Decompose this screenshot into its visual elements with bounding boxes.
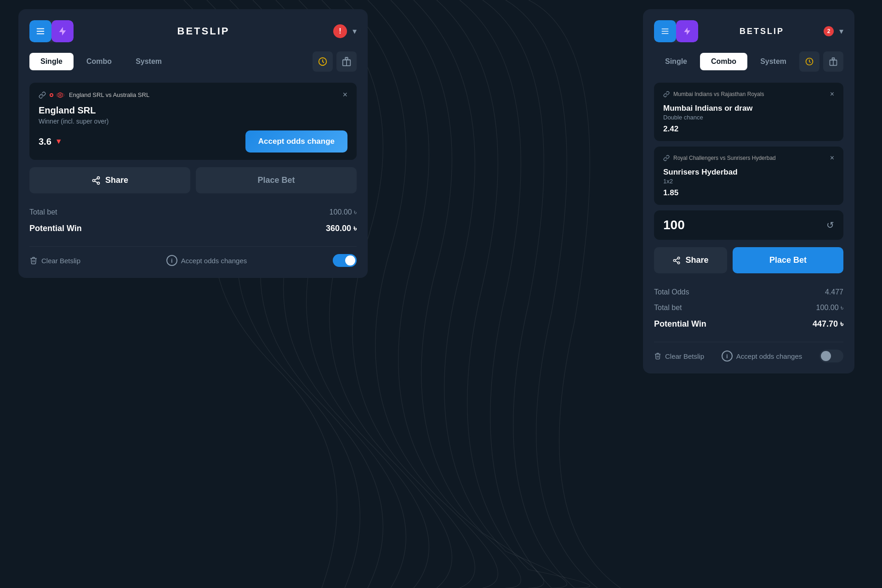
accept-odds-toggle-right[interactable] — [819, 350, 843, 362]
svg-rect-1 — [37, 31, 45, 32]
left-tabs: Single Combo System — [29, 51, 357, 72]
odds-down-icon: ▼ — [55, 137, 63, 146]
bet-odds-row: 3.6 ▼ Accept odds change — [39, 130, 347, 153]
left-icon-group — [29, 20, 74, 42]
bet-selection-1: Mumbai Indians or draw — [663, 104, 834, 113]
svg-point-12 — [92, 179, 95, 181]
list-icon-btn[interactable] — [29, 20, 51, 42]
dropdown-icon-right[interactable]: ▾ — [839, 26, 843, 36]
svg-line-28 — [676, 258, 678, 260]
close-bet-2[interactable]: × — [830, 154, 834, 162]
accept-odds-toggle-left[interactable] — [333, 254, 357, 267]
right-footer: Clear Betslip i Accept odds changes — [654, 342, 843, 362]
place-bet-button-right[interactable]: Place Bet — [733, 247, 843, 273]
left-action-row: Share Place Bet — [29, 167, 357, 193]
svg-rect-0 — [37, 28, 45, 29]
total-odds-value: 4.477 — [825, 288, 843, 296]
tab-combo-right[interactable]: Combo — [700, 53, 747, 70]
accept-odds-info-right: i Accept odds changes — [722, 351, 802, 362]
clear-betslip-left[interactable]: Clear Betslip — [29, 256, 80, 265]
lightning-icon-btn[interactable] — [51, 20, 74, 42]
svg-point-11 — [97, 176, 99, 179]
tab-single-right[interactable]: Single — [654, 53, 698, 70]
clear-label-left: Clear Betslip — [41, 257, 80, 265]
total-bet-value-right: 100.00 ৳ — [816, 304, 843, 312]
bet-card-header-2: Royal Challengers vs Sunrisers Hyderbad … — [663, 154, 834, 162]
left-header: BETSLIP ! ▾ — [29, 20, 357, 42]
left-bet-card: England SRL vs Australia SRL × England S… — [29, 83, 357, 160]
tab-system-right[interactable]: System — [749, 53, 797, 70]
clock-icon-btn[interactable] — [313, 51, 333, 72]
accept-odds-btn[interactable]: Accept odds change — [245, 130, 347, 153]
tab-single[interactable]: Single — [29, 53, 74, 70]
match-name-2: Royal Challengers vs Sunrisers Hyderbad — [673, 155, 776, 161]
info-icon-right: i — [722, 351, 733, 362]
clock-icon-btn-right[interactable] — [799, 51, 819, 72]
info-icon-left: i — [166, 255, 177, 266]
lightning-icon-btn-right[interactable] — [676, 20, 698, 42]
gift-icon-btn-right[interactable] — [823, 51, 843, 72]
bet-odds: 3.6 — [39, 136, 51, 147]
svg-marker-3 — [59, 27, 66, 35]
potential-win-row-left: Potential Win 360.00 ৳ — [29, 220, 357, 237]
bet-market: Winner (incl. super over) — [39, 118, 347, 125]
right-header: BETSLIP 2 ▾ — [654, 20, 843, 42]
gift-icon-btn[interactable] — [336, 51, 357, 72]
amount-input-row: 100 ↺ — [654, 210, 843, 240]
svg-rect-2 — [37, 34, 45, 34]
bet-odds-1: 2.42 — [663, 124, 834, 134]
svg-rect-17 — [662, 31, 669, 32]
amount-value[interactable]: 100 — [663, 218, 685, 232]
svg-line-14 — [95, 181, 97, 182]
svg-marker-19 — [684, 28, 690, 35]
currency-reset-icon[interactable]: ↺ — [826, 220, 834, 231]
right-icon-group — [654, 20, 698, 42]
potential-win-label-right: Potential Win — [654, 319, 706, 329]
bet-selection: England SRL — [39, 105, 347, 116]
right-bet-card-1: Mumbai Indians vs Rajasthan Royals × Mum… — [654, 83, 843, 141]
total-odds-label: Total Odds — [654, 288, 689, 296]
bet-market-1: Double chance — [663, 114, 834, 121]
svg-point-9 — [59, 94, 62, 96]
left-betslip-panel: BETSLIP ! ▾ Single Combo System — [18, 9, 368, 278]
svg-point-26 — [678, 262, 680, 264]
alert-badge: ! — [333, 24, 347, 38]
share-button-right[interactable]: Share — [654, 247, 727, 273]
right-betslip-panel: BETSLIP 2 ▾ Single Combo System — [643, 9, 854, 373]
svg-point-24 — [678, 257, 680, 259]
svg-rect-16 — [662, 28, 669, 29]
accept-odds-info-left: i Accept odds changes — [166, 255, 247, 266]
svg-line-27 — [676, 261, 678, 262]
bet-card-header: England SRL vs Australia SRL × — [39, 90, 347, 100]
clear-betslip-right[interactable]: Clear Betslip — [654, 352, 704, 360]
left-title: BETSLIP — [79, 25, 328, 37]
match-name-1: Mumbai Indians vs Rajasthan Royals — [673, 91, 764, 97]
potential-win-label-left: Potential Win — [29, 224, 82, 233]
tab-system[interactable]: System — [125, 53, 173, 70]
right-title: BETSLIP — [704, 27, 820, 36]
dropdown-icon[interactable]: ▾ — [353, 26, 357, 36]
svg-rect-18 — [662, 33, 669, 34]
total-bet-label-right: Total bet — [654, 304, 682, 312]
share-button-left[interactable]: Share — [29, 167, 190, 193]
clear-label-right: Clear Betslip — [665, 352, 704, 360]
share-label-right: Share — [685, 255, 708, 265]
tab-combo[interactable]: Combo — [75, 53, 123, 70]
bet-selection-2: Sunrisers Hyderbad — [663, 168, 834, 177]
potential-win-value-right: 447.70 ৳ — [813, 319, 843, 329]
close-bet-left[interactable]: × — [342, 90, 347, 100]
right-action-row: Share Place Bet — [654, 247, 843, 273]
total-bet-value-left: 100.00 ৳ — [330, 208, 357, 216]
list-icon-btn-right[interactable] — [654, 20, 676, 42]
svg-line-15 — [95, 178, 97, 180]
total-bet-row-left: Total bet 100.00 ৳ — [29, 204, 357, 220]
place-bet-button-left[interactable]: Place Bet — [196, 167, 357, 193]
share-label-left: Share — [105, 175, 128, 185]
count-badge-right: 2 — [824, 26, 834, 36]
match-name: England SRL vs Australia SRL — [69, 91, 149, 98]
bet-card-header-1: Mumbai Indians vs Rajasthan Royals × — [663, 90, 834, 98]
close-bet-1[interactable]: × — [830, 90, 834, 98]
potential-win-row-right: Potential Win 447.70 ৳ — [654, 316, 843, 333]
svg-point-25 — [674, 259, 676, 261]
right-bet-card-2: Royal Challengers vs Sunrisers Hyderbad … — [654, 147, 843, 205]
